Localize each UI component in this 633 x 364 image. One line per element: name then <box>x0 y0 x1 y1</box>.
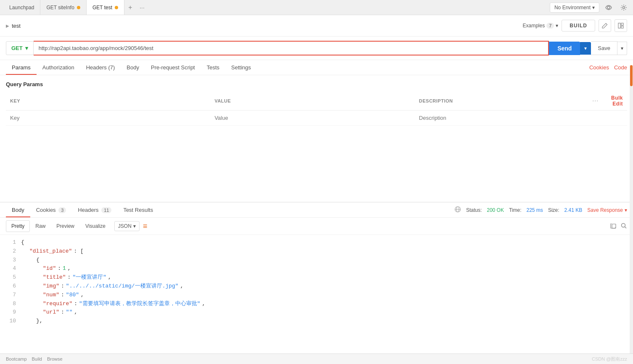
svg-rect-3 <box>621 23 623 25</box>
send-label: Send <box>557 45 572 52</box>
save-chevron-icon: ▾ <box>621 45 623 51</box>
examples-button[interactable]: Examples 7 ▾ <box>523 23 559 29</box>
key-header: KEY <box>6 92 210 111</box>
tab-authorization-label: Authorization <box>42 64 74 71</box>
env-label: No Environment <box>554 5 591 11</box>
request-title: ▶ test <box>6 23 21 29</box>
env-chevron-icon: ▾ <box>592 5 595 11</box>
tab-params-label: Params <box>12 64 31 71</box>
send-dropdown-button[interactable]: ▾ <box>580 42 591 55</box>
req-tab-right: Cookies Code <box>589 64 627 71</box>
tab-headers[interactable]: Headers (7) <box>80 60 121 75</box>
tab-params[interactable]: Params <box>6 60 37 75</box>
request-name: test <box>12 23 21 29</box>
scrollbar-thumb <box>630 65 633 86</box>
params-table: KEY VALUE DESCRIPTION ··· Bulk Edit <box>6 92 627 126</box>
examples-count: 7 <box>546 23 554 29</box>
save-button[interactable]: Save <box>591 41 617 55</box>
layout-icon[interactable] <box>615 19 627 32</box>
build-button[interactable]: BUILD <box>562 20 595 32</box>
query-params-title: Query Params <box>6 81 627 87</box>
edit-icon[interactable] <box>599 19 611 32</box>
eye-icon[interactable] <box>603 2 615 13</box>
tab-add-button[interactable]: + <box>124 2 136 13</box>
send-button[interactable]: Send <box>549 42 580 55</box>
method-label: GET <box>11 45 23 51</box>
tab-settings[interactable]: Settings <box>225 60 257 75</box>
description-header: DESCRIPTION <box>415 92 588 111</box>
settings-icon[interactable] <box>618 2 630 13</box>
examples-label: Examples <box>523 23 545 29</box>
bulk-edit-button[interactable]: Bulk Edit <box>607 92 627 111</box>
tab-siteinfo[interactable]: GET siteInfo <box>40 0 86 15</box>
env-select[interactable]: No Environment ▾ <box>550 3 599 13</box>
examples-chevron-icon: ▾ <box>556 23 558 29</box>
svg-point-1 <box>623 6 625 8</box>
tab-prerequest[interactable]: Pre-request Script <box>145 60 201 75</box>
tab-more-button[interactable]: ··· <box>136 2 148 13</box>
arrow-icon: ▶ <box>6 24 9 28</box>
method-chevron-icon: ▾ <box>25 45 28 51</box>
tab-launchpad[interactable]: Launchpad <box>3 0 40 15</box>
code-link[interactable]: Code <box>614 64 627 71</box>
method-select[interactable]: GET ▾ <box>6 41 34 55</box>
svg-rect-4 <box>621 26 623 28</box>
tab-authorization[interactable]: Authorization <box>37 60 80 75</box>
svg-point-0 <box>607 6 610 9</box>
url-input[interactable] <box>34 41 549 55</box>
tab-siteinfo-label: GET siteInfo <box>46 5 74 11</box>
request-title-bar: ▶ test Examples 7 ▾ BUILD <box>0 15 633 37</box>
tab-headers-label: Headers (7) <box>86 64 115 71</box>
request-tabs: Params Authorization Headers (7) Body Pr… <box>0 60 633 75</box>
value-input[interactable] <box>214 115 410 121</box>
send-chevron-icon: ▾ <box>584 45 587 51</box>
value-header: VALUE <box>210 92 414 111</box>
key-input[interactable] <box>10 115 206 121</box>
tab-body[interactable]: Body <box>121 60 145 75</box>
table-row <box>6 111 627 126</box>
tab-settings-label: Settings <box>231 64 251 71</box>
query-params-section: Query Params KEY VALUE DESCRIPTION ··· B… <box>0 75 633 126</box>
table-dots-header: ··· <box>588 92 607 111</box>
tab-siteinfo-dot <box>77 6 80 9</box>
tab-prerequest-label: Pre-request Script <box>151 64 195 71</box>
tab-tests-label: Tests <box>207 64 219 71</box>
cookies-link[interactable]: Cookies <box>589 64 609 71</box>
tab-test-label: GET test <box>92 5 112 11</box>
tab-tests[interactable]: Tests <box>201 60 225 75</box>
env-section: No Environment ▾ <box>550 2 630 13</box>
tab-body-label: Body <box>127 64 139 71</box>
right-scrollbar[interactable] <box>630 65 633 126</box>
save-dropdown-button[interactable]: ▾ <box>617 42 627 55</box>
tab-bar: Launchpad GET siteInfo GET test + ··· No… <box>0 0 633 15</box>
url-bar: GET ▾ Send ▾ Save ▾ <box>0 37 633 60</box>
tab-launchpad-label: Launchpad <box>9 5 34 11</box>
description-input[interactable] <box>419 115 623 121</box>
svg-rect-2 <box>618 23 620 28</box>
tab-test[interactable]: GET test <box>87 0 124 15</box>
tab-test-dot <box>115 6 118 9</box>
